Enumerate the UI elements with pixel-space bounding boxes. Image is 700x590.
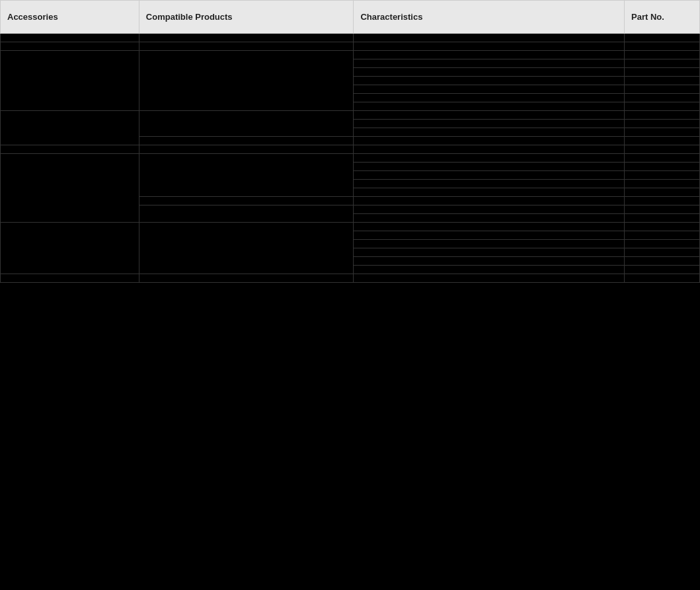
cell-characteristics bbox=[354, 214, 625, 223]
cell-part-no bbox=[625, 77, 700, 85]
cell-characteristics bbox=[354, 85, 625, 94]
accessories-table: Accessories Compatible Products Characte… bbox=[0, 0, 700, 283]
cell-characteristics bbox=[354, 34, 625, 42]
table-row bbox=[1, 145, 700, 154]
cell-characteristics bbox=[354, 120, 625, 128]
cell-compatible bbox=[139, 145, 354, 154]
cell-part-no bbox=[625, 214, 700, 223]
cell-characteristics bbox=[354, 205, 625, 214]
cell-part-no bbox=[625, 85, 700, 94]
col-header-compatible-products: Compatible Products bbox=[139, 1, 354, 34]
cell-part-no bbox=[625, 34, 700, 42]
cell-compatible bbox=[139, 205, 354, 223]
cell-compatible bbox=[139, 137, 354, 145]
table-row bbox=[1, 51, 700, 59]
cell-accessories bbox=[1, 154, 139, 223]
cell-part-no bbox=[625, 94, 700, 102]
cell-compatible bbox=[139, 111, 354, 137]
cell-part-no bbox=[625, 111, 700, 120]
table-row bbox=[1, 274, 700, 283]
cell-compatible bbox=[139, 42, 354, 51]
cell-characteristics bbox=[354, 137, 625, 145]
cell-characteristics bbox=[354, 145, 625, 154]
cell-part-no bbox=[625, 59, 700, 68]
cell-characteristics bbox=[354, 128, 625, 137]
cell-characteristics bbox=[354, 154, 625, 163]
cell-compatible bbox=[139, 154, 354, 197]
cell-characteristics bbox=[354, 266, 625, 274]
table-row bbox=[1, 34, 700, 42]
cell-compatible bbox=[139, 197, 354, 205]
cell-accessories bbox=[1, 145, 139, 154]
cell-accessories bbox=[1, 111, 139, 145]
cell-characteristics bbox=[354, 188, 625, 197]
cell-part-no bbox=[625, 205, 700, 214]
cell-characteristics bbox=[354, 274, 625, 283]
cell-characteristics bbox=[354, 171, 625, 180]
cell-accessories bbox=[1, 34, 139, 42]
cell-part-no bbox=[625, 257, 700, 266]
cell-characteristics bbox=[354, 111, 625, 120]
col-header-accessories: Accessories bbox=[1, 1, 139, 34]
cell-part-no bbox=[625, 231, 700, 240]
cell-characteristics bbox=[354, 197, 625, 205]
cell-part-no bbox=[625, 154, 700, 163]
cell-compatible bbox=[139, 223, 354, 274]
cell-characteristics bbox=[354, 248, 625, 257]
cell-part-no bbox=[625, 51, 700, 59]
cell-part-no bbox=[625, 68, 700, 77]
cell-part-no bbox=[625, 223, 700, 231]
cell-characteristics bbox=[354, 77, 625, 85]
cell-characteristics bbox=[354, 163, 625, 171]
cell-part-no bbox=[625, 240, 700, 248]
cell-characteristics bbox=[354, 231, 625, 240]
table-row bbox=[1, 111, 700, 120]
cell-compatible bbox=[139, 34, 354, 42]
cell-part-no bbox=[625, 137, 700, 145]
cell-characteristics bbox=[354, 51, 625, 59]
cell-part-no bbox=[625, 180, 700, 188]
cell-part-no bbox=[625, 120, 700, 128]
cell-part-no bbox=[625, 145, 700, 154]
cell-accessories bbox=[1, 51, 139, 111]
cell-accessories bbox=[1, 274, 139, 283]
cell-characteristics bbox=[354, 240, 625, 248]
cell-part-no bbox=[625, 102, 700, 111]
table-row bbox=[1, 223, 700, 231]
cell-part-no bbox=[625, 197, 700, 205]
cell-part-no bbox=[625, 42, 700, 51]
cell-characteristics bbox=[354, 102, 625, 111]
cell-compatible bbox=[139, 274, 354, 283]
cell-characteristics bbox=[354, 59, 625, 68]
cell-accessories bbox=[1, 42, 139, 51]
cell-part-no bbox=[625, 266, 700, 274]
cell-part-no bbox=[625, 248, 700, 257]
cell-compatible bbox=[139, 51, 354, 111]
cell-accessories bbox=[1, 223, 139, 274]
cell-characteristics bbox=[354, 68, 625, 77]
col-header-part-no: Part No. bbox=[625, 1, 700, 34]
table-row bbox=[1, 42, 700, 51]
table-header-row: Accessories Compatible Products Characte… bbox=[1, 1, 700, 34]
table-row bbox=[1, 154, 700, 163]
col-header-characteristics: Characteristics bbox=[354, 1, 625, 34]
cell-part-no bbox=[625, 188, 700, 197]
cell-part-no bbox=[625, 128, 700, 137]
cell-characteristics bbox=[354, 257, 625, 266]
cell-characteristics bbox=[354, 180, 625, 188]
cell-part-no bbox=[625, 171, 700, 180]
cell-characteristics bbox=[354, 42, 625, 51]
cell-characteristics bbox=[354, 94, 625, 102]
cell-part-no bbox=[625, 163, 700, 171]
cell-characteristics bbox=[354, 223, 625, 231]
cell-part-no bbox=[625, 274, 700, 283]
